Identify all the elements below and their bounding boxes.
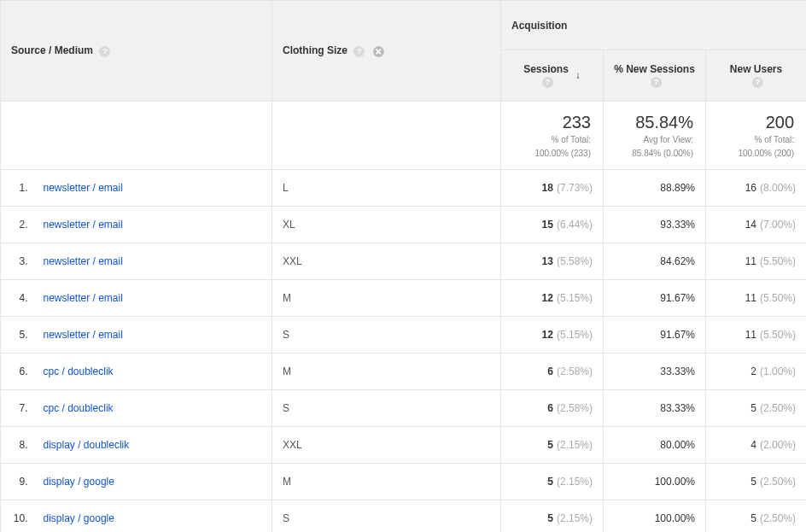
source-medium-link[interactable]: newsletter / email (44, 255, 123, 267)
row-clothing-size: S (272, 390, 501, 427)
row-sessions: 12(5.15%) (501, 317, 604, 354)
row-sessions-value: 5 (547, 512, 553, 524)
row-sessions-value: 12 (542, 292, 553, 304)
row-sessions: 5(2.15%) (501, 500, 604, 533)
row-new-users: 11(5.50%) (706, 280, 807, 317)
header-new-users-label: New Users (710, 63, 803, 75)
remove-dimension-icon[interactable]: ✕ (373, 46, 384, 57)
table-row[interactable]: 9.display / googleM5(2.15%)100.00%5(2.50… (1, 464, 807, 500)
source-medium-link[interactable]: newsletter / email (44, 292, 123, 304)
row-pct-new-sessions: 33.33% (604, 354, 706, 390)
header-pct-new-sessions-label: % New Sessions (607, 63, 702, 75)
row-sessions-value: 6 (547, 402, 553, 414)
row-index: 7. (1, 390, 33, 427)
row-sessions-value: 12 (542, 329, 553, 341)
row-source-medium: cpc / doubleclik (33, 354, 272, 390)
row-sessions-value: 5 (547, 476, 553, 488)
row-sessions-pct: (6.44%) (557, 219, 593, 231)
summary-pct-new-sessions-sub2: 85.84% (0.00%) (616, 148, 693, 160)
help-icon[interactable]: ? (752, 77, 763, 88)
table-row[interactable]: 4.newsletter / emailM12(5.15%)91.67%11(5… (1, 280, 807, 317)
row-index: 10. (1, 500, 33, 533)
table-row[interactable]: 7.cpc / doubleclikS6(2.58%)83.33%5(2.50%… (1, 390, 807, 427)
summary-new-users-value: 200 (718, 112, 794, 132)
source-medium-link[interactable]: display / google (44, 476, 114, 488)
row-new-users-value: 4 (751, 439, 756, 451)
row-clothing-size: L (272, 170, 501, 207)
row-sessions-pct: (2.15%) (557, 512, 593, 524)
header-clothing-size[interactable]: Clothing Size ? ✕ (272, 1, 501, 102)
row-clothing-size: XXL (272, 243, 501, 280)
sort-descending-icon: ↓ (575, 69, 581, 81)
row-source-medium: display / google (33, 500, 272, 533)
table-row[interactable]: 8.display / doubleclikXXL5(2.15%)80.00%4… (1, 427, 807, 464)
row-sessions: 5(2.15%) (501, 464, 604, 500)
header-pct-new-sessions[interactable]: % New Sessions ? (604, 50, 706, 102)
row-new-users-pct: (5.50%) (760, 292, 796, 304)
table-row[interactable]: 5.newsletter / emailS12(5.15%)91.67%11(5… (1, 317, 807, 354)
table-row[interactable]: 6.cpc / doubleclikM6(2.58%)33.33%2(1.00%… (1, 354, 807, 390)
row-sessions-value: 13 (542, 255, 553, 267)
header-source-medium[interactable]: Source / Medium ? (1, 1, 272, 102)
row-sessions: 6(2.58%) (501, 390, 604, 427)
row-new-users: 2(1.00%) (706, 354, 807, 390)
row-sessions-pct: (5.58%) (557, 255, 593, 267)
row-pct-new-sessions: 80.00% (604, 427, 706, 464)
summary-sessions-value: 233 (513, 112, 591, 132)
row-sessions: 6(2.58%) (501, 354, 604, 390)
row-pct-new-sessions: 100.00% (604, 464, 706, 500)
row-new-users-value: 11 (745, 292, 756, 304)
header-new-users[interactable]: New Users ? (706, 50, 807, 102)
row-pct-new-sessions: 91.67% (604, 280, 706, 317)
row-new-users-pct: (5.50%) (760, 255, 796, 267)
row-new-users-value: 14 (745, 219, 756, 231)
header-sessions[interactable]: Sessions ? ↓ (501, 50, 604, 102)
help-icon[interactable]: ? (542, 77, 553, 88)
row-pct-new-sessions: 100.00% (604, 500, 706, 533)
summary-pct-new-sessions-value: 85.84% (616, 112, 693, 132)
report-table: Source / Medium ? Clothing Size ? ✕ Acqu… (0, 0, 806, 532)
row-source-medium: display / doubleclik (33, 427, 272, 464)
row-sessions: 15(6.44%) (501, 207, 604, 243)
row-clothing-size: S (272, 500, 501, 533)
source-medium-link[interactable]: cpc / doubleclik (44, 402, 114, 414)
source-medium-link[interactable]: display / google (44, 512, 114, 524)
row-new-users-value: 16 (745, 182, 756, 194)
source-medium-link[interactable]: display / doubleclik (44, 439, 130, 451)
row-index: 2. (1, 207, 33, 243)
summary-sessions-sub2: 100.00% (233) (513, 148, 591, 160)
row-sessions: 5(2.15%) (501, 427, 604, 464)
row-index: 9. (1, 464, 33, 500)
row-new-users-value: 11 (745, 329, 756, 341)
row-new-users-value: 2 (751, 365, 756, 377)
source-medium-link[interactable]: newsletter / email (44, 182, 123, 194)
source-medium-link[interactable]: newsletter / email (44, 329, 123, 341)
summary-pct-new-sessions: 85.84% Avg for View: 85.84% (0.00%) (604, 102, 706, 170)
row-new-users: 11(5.50%) (706, 317, 807, 354)
row-new-users-pct: (5.50%) (760, 329, 796, 341)
help-icon[interactable]: ? (99, 46, 110, 57)
source-medium-link[interactable]: newsletter / email (44, 219, 123, 231)
table-row[interactable]: 2.newsletter / emailXL15(6.44%)93.33%14(… (1, 207, 807, 243)
table-row[interactable]: 10.display / googleS5(2.15%)100.00%5(2.5… (1, 500, 807, 533)
row-sessions: 13(5.58%) (501, 243, 604, 280)
source-medium-link[interactable]: cpc / doubleclik (44, 365, 114, 377)
table-row[interactable]: 3.newsletter / emailXXL13(5.58%)84.62%11… (1, 243, 807, 280)
row-index: 5. (1, 317, 33, 354)
summary-pct-new-sessions-sub1: Avg for View: (616, 134, 693, 146)
row-index: 3. (1, 243, 33, 280)
row-new-users-value: 5 (751, 512, 756, 524)
help-icon[interactable]: ? (651, 77, 662, 88)
row-sessions-pct: (2.15%) (557, 476, 593, 488)
table-row[interactable]: 1.newsletter / emailL18(7.73%)88.89%16(8… (1, 170, 807, 207)
summary-sessions-sub1: % of Total: (513, 134, 591, 146)
row-new-users-pct: (7.00%) (760, 219, 796, 231)
summary-new-users-sub2: 100.00% (200) (718, 148, 794, 160)
row-new-users-pct: (2.50%) (760, 476, 796, 488)
row-index: 8. (1, 427, 33, 464)
row-source-medium: display / google (33, 464, 272, 500)
row-clothing-size: S (272, 317, 501, 354)
row-new-users: 5(2.50%) (706, 500, 807, 533)
help-icon[interactable]: ? (353, 46, 365, 57)
row-pct-new-sessions: 93.33% (604, 207, 706, 243)
